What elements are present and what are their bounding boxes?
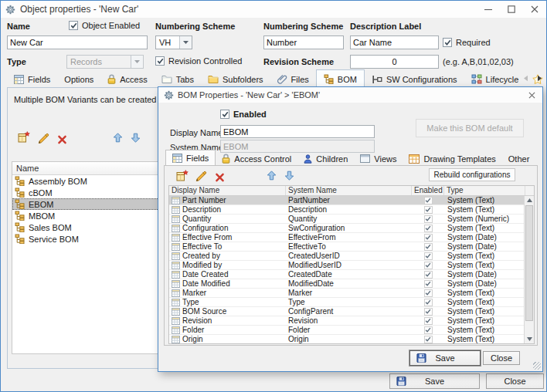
- tab-sw-configurations[interactable]: SW Configurations: [365, 71, 464, 87]
- tab-scroll-right-button[interactable]: [535, 74, 543, 82]
- fields-grid-icon: [14, 75, 24, 84]
- dialog-save-button[interactable]: Save: [409, 350, 481, 366]
- scroll-down-button[interactable]: [525, 335, 534, 343]
- dialog-tab-views[interactable]: Views: [354, 151, 403, 166]
- add-bom-button[interactable]: [17, 130, 31, 144]
- close-window-button[interactable]: Close: [486, 373, 544, 389]
- rebuild-configurations-button[interactable]: Rebuild configurations: [429, 168, 515, 181]
- resize-grip[interactable]: [533, 362, 541, 370]
- enabled-checkbox[interactable]: [424, 336, 433, 343]
- field-row-folder[interactable]: FolderFolderSystem (Text): [169, 326, 534, 335]
- field-row-origin[interactable]: OriginOriginSystem (Text): [169, 335, 534, 344]
- move-field-down-button[interactable]: [282, 169, 296, 182]
- tab-lifecycle[interactable]: Lifecycle: [464, 71, 526, 87]
- tab-options[interactable]: Options: [57, 71, 100, 87]
- close-button[interactable]: [523, 1, 546, 17]
- scroll-up-button[interactable]: [525, 196, 534, 204]
- field-row-configuration[interactable]: ConfigurationSwConfigurationSystem (Text…: [169, 224, 534, 233]
- field-row-effective-to[interactable]: Effective ToEffectiveToSystem (Date): [169, 242, 534, 252]
- column-header-type[interactable]: Type: [444, 186, 525, 195]
- description-label-input[interactable]: [350, 35, 439, 49]
- column-header-display-name[interactable]: Display Name: [169, 186, 286, 195]
- field-row-created-by[interactable]: Created byCreatedUserIDSystem (Text): [169, 252, 534, 261]
- bom-item-label: MBOM: [29, 211, 55, 221]
- object-enabled-box[interactable]: [69, 21, 78, 30]
- enabled-checkbox[interactable]: [424, 326, 433, 334]
- column-header-enabled[interactable]: Enabled: [412, 186, 444, 195]
- minimize-button[interactable]: [477, 1, 500, 17]
- enabled-checkbox[interactable]: [424, 289, 433, 297]
- enabled-checkbox[interactable]: [424, 234, 433, 242]
- enabled-checkbox[interactable]: [424, 215, 433, 223]
- field-display-name-cell: Quantity: [169, 215, 286, 223]
- field-display-name: Configuration: [182, 224, 228, 232]
- combo-dropdown-button[interactable]: [179, 36, 192, 49]
- enabled-box[interactable]: [220, 110, 229, 119]
- required-box[interactable]: [443, 38, 452, 47]
- enabled-checkbox[interactable]: [424, 225, 433, 232]
- maximize-button[interactable]: [500, 1, 523, 17]
- enabled-checkbox[interactable]: Enabled: [220, 110, 267, 119]
- dialog-tab-fields[interactable]: Fields: [165, 150, 216, 166]
- field-row-marker[interactable]: MarkerMarkerSystem (Text): [169, 289, 534, 298]
- delete-field-button[interactable]: [212, 171, 226, 184]
- field-row-part-number[interactable]: Part NumberPartNumberSystem (Text): [169, 196, 534, 205]
- move-bom-up-button[interactable]: [110, 131, 124, 144]
- vertical-scrollbar[interactable]: [524, 196, 534, 343]
- field-row-date-created[interactable]: Date CreatedCreatedDateSystem (Date): [169, 270, 534, 279]
- move-bom-down-button[interactable]: [128, 131, 142, 144]
- enabled-checkbox[interactable]: [424, 243, 433, 251]
- dialog-tab-children[interactable]: Children: [297, 151, 354, 166]
- field-row-quantity[interactable]: QuantityQuantitySystem (Numeric): [169, 215, 534, 224]
- dialog-tab-drawing-templates[interactable]: Drawing Templates: [403, 151, 501, 166]
- field-row-revision[interactable]: RevisionRevisionSystem (Text): [169, 316, 534, 326]
- revision-scheme-input[interactable]: [350, 55, 439, 69]
- field-row-modified-by[interactable]: Modified byModifiedUserIDSystem (Text): [169, 261, 534, 270]
- dialog-tab-access-control[interactable]: Access Control: [216, 151, 297, 166]
- tab-files[interactable]: Files: [270, 71, 316, 87]
- dialog-tab-other[interactable]: Other: [502, 151, 536, 166]
- enabled-checkbox[interactable]: [424, 280, 433, 288]
- enabled-checkbox[interactable]: [424, 299, 433, 306]
- enabled-checkbox[interactable]: [424, 197, 433, 204]
- dialog-close-button-footer[interactable]: Close: [483, 351, 520, 365]
- folder-yellow-icon: [208, 75, 219, 84]
- tab-subfolders[interactable]: Subfolders: [201, 71, 270, 87]
- move-field-up-button[interactable]: [264, 169, 278, 182]
- enabled-checkbox[interactable]: [424, 271, 433, 279]
- numbering-scheme-combo[interactable]: VH: [155, 35, 192, 49]
- field-row-bom-source[interactable]: BOM SourceConfigParentSystem (Text): [169, 307, 534, 316]
- field-system-name-cell: Type: [286, 298, 412, 306]
- add-field-button[interactable]: [175, 169, 189, 182]
- tab-fields[interactable]: Fields: [7, 71, 57, 87]
- display-name-input[interactable]: [220, 125, 375, 138]
- scrollbar-thumb[interactable]: [525, 205, 533, 321]
- enabled-checkbox[interactable]: [424, 252, 433, 260]
- revision-controlled-checkbox[interactable]: Revision Controlled: [155, 56, 242, 66]
- description-label-label: Description Label: [350, 22, 421, 31]
- tab-tabs[interactable]: Tabs: [155, 71, 201, 87]
- enabled-checkbox[interactable]: [424, 308, 433, 316]
- save-button[interactable]: Save: [389, 373, 480, 389]
- field-row-description[interactable]: DescriptionDescriptionSystem (Text): [169, 205, 534, 215]
- edit-field-button[interactable]: [194, 169, 208, 182]
- enabled-checkbox[interactable]: [424, 317, 433, 325]
- column-header-system-name[interactable]: System Name: [286, 186, 412, 195]
- enabled-checkbox[interactable]: [424, 206, 433, 214]
- name-input[interactable]: [7, 35, 148, 49]
- revision-controlled-box[interactable]: [155, 56, 165, 66]
- tab-bom[interactable]: BOM: [316, 69, 365, 87]
- tab-scroll-buttons: [522, 74, 543, 82]
- tab-scroll-left-button[interactable]: [522, 74, 529, 82]
- required-checkbox[interactable]: Required: [443, 38, 491, 47]
- numbering-scheme2-input[interactable]: [263, 35, 344, 49]
- delete-bom-button[interactable]: [55, 133, 69, 146]
- field-row-date-modified[interactable]: Date ModifiedModifiedDateSystem (Date): [169, 279, 534, 289]
- dialog-close-button[interactable]: [525, 90, 539, 100]
- enabled-checkbox[interactable]: [424, 262, 433, 269]
- tab-access[interactable]: Access: [100, 71, 154, 87]
- field-row-effective-from[interactable]: Effective FromEffectiveFromSystem (Date): [169, 233, 534, 242]
- object-enabled-checkbox[interactable]: Object Enabled: [69, 21, 140, 30]
- field-row-type[interactable]: TypeTypeSystem (Text): [169, 298, 534, 307]
- edit-bom-button[interactable]: [36, 131, 50, 144]
